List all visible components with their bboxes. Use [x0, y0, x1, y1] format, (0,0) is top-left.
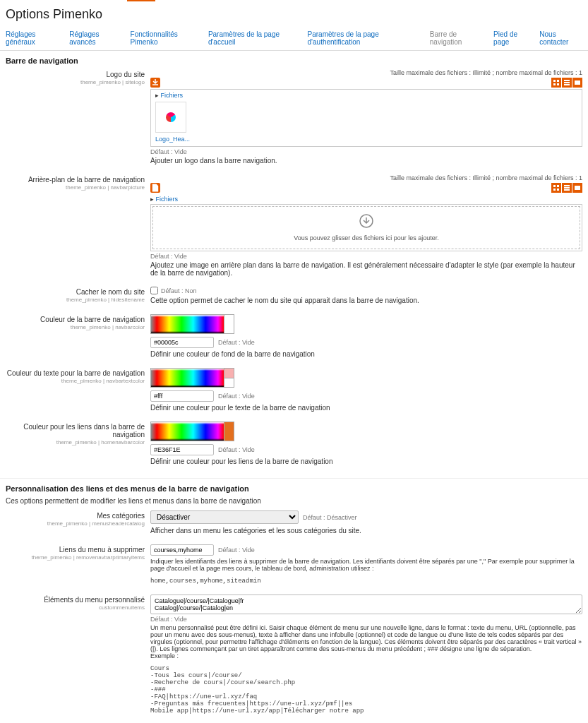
tab-navbar[interactable]: Barre de navigation: [430, 26, 485, 50]
tabs: Réglages généraux Réglages avancés Fonct…: [0, 26, 588, 51]
tab-advanced[interactable]: Réglages avancés: [69, 26, 121, 50]
section-links-desc: Ces options permettent de modifier les l…: [6, 497, 582, 505]
view-grid-icon[interactable]: [551, 78, 561, 88]
custommenu-label: Éléments du menu personnalisé: [6, 596, 145, 604]
navbarlink-sub: theme_pimenko | homenavbarcolor: [6, 439, 145, 446]
mycat-label: Mes catégories: [6, 512, 145, 520]
svg-rect-2: [553, 83, 556, 85]
tab-general[interactable]: Réglages généraux: [6, 26, 61, 50]
navbarcolor-swatch: [224, 314, 234, 334]
navbarcolor-help: Définir une couleur de fond de la barre …: [150, 350, 582, 358]
navbarlink-input[interactable]: [150, 444, 214, 455]
navbartext-input[interactable]: [150, 390, 214, 402]
hidesitename-checkbox[interactable]: [150, 287, 158, 294]
navbg-help: Ajoutez une image en arrière plan dans l…: [150, 261, 582, 277]
custommenu-help: Un menu personnalisé peut être défini ic…: [150, 624, 582, 659]
svg-rect-8: [557, 185, 559, 187]
logo-sub: theme_pimenko | sitelogo: [6, 79, 145, 85]
navbartext-default: Défaut : Vide: [218, 393, 255, 400]
mycat-select[interactable]: Désactiver: [150, 510, 299, 524]
navbarlink-help: Définir une couleur pour les liens de la…: [150, 458, 582, 465]
tab-contact[interactable]: Nous contacter: [539, 26, 582, 50]
view-list-icon[interactable]: [562, 78, 572, 88]
navbarcolor-sub: theme_pimenko | navbarcolor: [6, 324, 145, 330]
files-folder-link[interactable]: Fichiers: [155, 92, 577, 99]
navbg-folder-link[interactable]: Fichiers: [150, 194, 582, 204]
download-icon[interactable]: [150, 78, 160, 88]
tab-footer[interactable]: Pied de page: [493, 26, 531, 50]
navbarlink-default: Défaut : Vide: [218, 446, 255, 453]
navbarlink-swatch: [224, 422, 234, 441]
hidesitename-sub: theme_pimenko | hidesitename: [6, 297, 145, 303]
removebar-example: home,courses,myhome,siteadmin: [150, 578, 582, 585]
hidesitename-help: Cette option permet de cacher le nom du …: [150, 297, 582, 304]
removebar-label: Liens du menu à supprimer: [6, 546, 145, 554]
mycat-sub: theme_pimenko | menusheadercatalog: [6, 520, 145, 527]
svg-rect-11: [564, 185, 570, 186]
logo-file-area[interactable]: Fichiers Logo_Hea...: [150, 89, 582, 147]
custommenu-default: Défaut : Vide: [150, 616, 582, 623]
custommenu-sub: custommenuitems: [6, 604, 145, 611]
navbarcolor-picker[interactable]: [150, 314, 224, 334]
download-arrow-icon: [160, 214, 572, 232]
navbarlink-label: Couleur pour les liens dans la barre de …: [6, 423, 145, 438]
removebar-sub: theme_pimenko | removenavbarprimaryitems: [6, 554, 145, 561]
page-title: Options Pimenko: [0, 1, 588, 26]
navbartext-swatch-1: [224, 368, 234, 378]
navbarlink-picker[interactable]: [150, 422, 224, 441]
svg-rect-1: [557, 80, 559, 82]
navbartext-sub: theme_pimenko | navbartextcolor: [6, 378, 145, 384]
tab-auth[interactable]: Paramètres de la page d'authentification: [308, 26, 421, 50]
logo-help: Ajouter un logo dans la barre navigation…: [150, 157, 582, 165]
logo-default: Défaut : Vide: [150, 148, 582, 155]
view-tree-icon[interactable]: [572, 183, 582, 193]
svg-rect-6: [564, 84, 570, 85]
navbarcolor-label: Couleur de la barre de navigation: [6, 316, 145, 323]
navbartext-label: Couleur du texte pour la barre de naviga…: [6, 369, 145, 377]
navbarcolor-default: Défaut : Vide: [218, 339, 255, 346]
navbg-file-limit: Taille maximale des fichiers : Illimité …: [150, 174, 582, 181]
logo-thumb[interactable]: [155, 102, 186, 133]
logo-file-limit: Taille maximale des fichiers : Illimité …: [150, 69, 582, 76]
logo-label: Logo du site: [6, 71, 145, 78]
section-links-title: Personnalisation des liens et des menus …: [6, 484, 582, 493]
svg-rect-5: [564, 82, 570, 83]
removebar-help: Indiquer les identifiants des liens à su…: [150, 558, 582, 572]
navbg-label: Arrière-plan de la barre de navigation: [6, 176, 145, 184]
hidesitename-label: Cacher le nom du site: [6, 288, 145, 296]
navbg-sub: theme_pimenko | navbarpicture: [6, 184, 145, 191]
add-file-icon[interactable]: [150, 183, 160, 193]
removebar-input[interactable]: [150, 544, 214, 556]
removebar-default: Défaut : Vide: [218, 546, 255, 554]
mycat-default: Défaut : Désactiver: [303, 514, 357, 521]
custommenu-textarea[interactable]: Catalogue|/course/|Catalogue|fr Catalog|…: [150, 594, 582, 614]
hidesitename-default: Défaut : Non: [161, 287, 197, 294]
svg-rect-4: [564, 80, 570, 81]
navbartext-help: Définir une couleur pour le texte de la …: [150, 404, 582, 412]
svg-rect-10: [557, 189, 559, 191]
svg-rect-12: [564, 187, 570, 189]
navbg-dropzone[interactable]: Vous pouvez glisser des fichiers ici pou…: [150, 204, 582, 251]
svg-rect-13: [564, 189, 570, 191]
mycat-help: Afficher dans un menu les catégories et …: [150, 527, 582, 534]
navbg-default: Défaut : Vide: [150, 253, 582, 260]
view-tree-icon[interactable]: [572, 78, 582, 88]
section-navbar-title: Barre de navigation: [6, 56, 582, 65]
tab-features[interactable]: Fonctionnalités Pimenko: [131, 26, 200, 50]
navbartext-swatch-2: [224, 378, 234, 388]
svg-rect-3: [557, 83, 559, 85]
custommenu-example: Cours -Tous les cours|/course/ -Recherch…: [150, 665, 582, 715]
tab-homepage[interactable]: Paramètres de la page d'accueil: [208, 26, 299, 50]
navbartext-picker[interactable]: [150, 368, 224, 388]
svg-rect-9: [553, 189, 556, 191]
navbg-drop-text: Vous pouvez glisser des fichiers ici pou…: [160, 234, 572, 241]
logo-filename[interactable]: Logo_Hea...: [155, 136, 577, 143]
svg-rect-7: [553, 185, 556, 187]
navbarcolor-input[interactable]: [150, 337, 214, 348]
svg-rect-0: [553, 80, 556, 82]
view-grid-icon[interactable]: [551, 183, 561, 193]
view-list-icon[interactable]: [562, 183, 572, 193]
